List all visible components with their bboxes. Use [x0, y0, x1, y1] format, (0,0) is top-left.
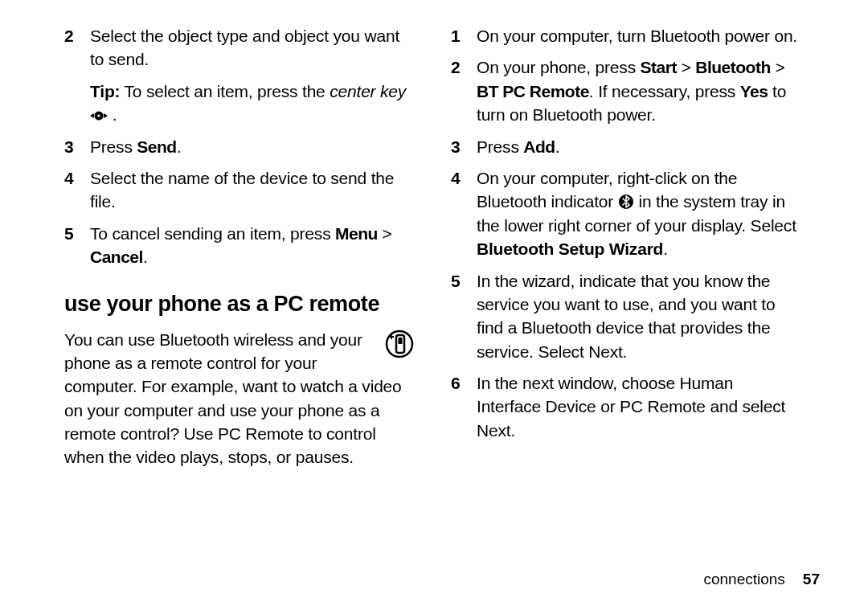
- left-steps-list: 2 Select the object type and object you …: [64, 24, 414, 269]
- bold-bluetooth-setup-wizard: Bluetooth Setup Wizard: [477, 239, 663, 258]
- bold-yes: Yes: [740, 82, 768, 100]
- step-lead: To cancel sending an item, press: [90, 224, 335, 243]
- bold-bluetooth: Bluetooth: [695, 58, 770, 76]
- svg-marker-0: [90, 113, 94, 118]
- step-number: 6: [451, 371, 477, 395]
- right-step-6: 6 In the next window, choose Human Inter…: [451, 371, 800, 442]
- step-tail: .: [663, 239, 668, 258]
- manual-page: 2 Select the object type and object you …: [0, 0, 868, 614]
- bold-start: Start: [641, 58, 677, 76]
- right-step-3: 3 Press Add.: [451, 135, 800, 158]
- section-heading-pc-remote: use your phone as a PC remote: [64, 292, 414, 317]
- step-number: 2: [451, 55, 477, 79]
- step-body: On your phone, press Start > Bluetooth >…: [477, 55, 800, 126]
- step-number: 5: [64, 222, 90, 245]
- step-number: 4: [64, 166, 90, 190]
- pc-remote-paragraph: You can use Bluetooth wireless and your …: [64, 328, 414, 469]
- footer-section-label: connections: [703, 571, 784, 587]
- step-number: 3: [64, 135, 90, 158]
- tip-tail: .: [108, 105, 117, 124]
- step-number: 4: [451, 166, 477, 190]
- right-column: 1 On your computer, turn Bluetooth power…: [451, 24, 800, 477]
- step-bold-cancel: Cancel: [90, 248, 143, 266]
- step-body: On your computer, right-click on the Blu…: [477, 166, 800, 261]
- step-lead: Press: [90, 137, 137, 156]
- bold-bt-pc-remote: BT PC Remote: [477, 82, 589, 100]
- step-text: Select the object type and object you wa…: [90, 27, 399, 68]
- step-body: Select the name of the device to send th…: [90, 166, 414, 214]
- right-step-1: 1 On your computer, turn Bluetooth power…: [451, 24, 800, 47]
- step-body: In the wizard, indicate that you know th…: [477, 269, 800, 364]
- step-mid: . If necessary, press: [589, 82, 740, 100]
- left-step-2: 2 Select the object type and object you …: [64, 24, 414, 127]
- right-step-2: 2 On your phone, press Start > Bluetooth…: [451, 55, 800, 126]
- tip-lead: Tip:: [90, 82, 120, 100]
- right-step-4: 4 On your computer, right-click on the B…: [451, 166, 800, 261]
- step-mid: >: [378, 224, 392, 243]
- right-steps-list: 1 On your computer, turn Bluetooth power…: [451, 24, 800, 442]
- svg-point-3: [97, 115, 100, 117]
- step-bold-menu: Menu: [335, 224, 378, 243]
- bold-add: Add: [523, 137, 555, 156]
- step-body: In the next window, choose Human Interfa…: [477, 371, 800, 442]
- footer-page-number: 57: [803, 571, 820, 587]
- pc-remote-text: You can use Bluetooth wireless and your …: [64, 330, 402, 467]
- step-body: Press Add.: [477, 135, 800, 158]
- center-key-icon: [90, 109, 108, 122]
- step-body: To cancel sending an item, press Menu > …: [90, 222, 414, 269]
- feature-phone-icon: [385, 330, 414, 358]
- step-number: 2: [64, 24, 90, 47]
- step-tip: Tip: To select an item, press the center…: [90, 80, 414, 127]
- step-lead: On your phone, press: [477, 58, 641, 76]
- bluetooth-indicator-icon: [618, 194, 634, 210]
- step-body: Select the object type and object you wa…: [90, 24, 414, 127]
- step-tail: .: [555, 137, 560, 156]
- step-tail: .: [143, 248, 148, 266]
- step-bold: Send: [137, 137, 176, 156]
- tip-rest: To select an item, press the: [120, 82, 330, 100]
- step-number: 3: [451, 135, 477, 158]
- left-step-3: 3 Press Send.: [64, 135, 414, 158]
- step-number: 5: [451, 269, 477, 293]
- step-tail: .: [177, 137, 182, 156]
- right-step-5: 5 In the wizard, indicate that you know …: [451, 269, 800, 364]
- center-key-label: center key: [330, 82, 406, 100]
- step-body: On your computer, turn Bluetooth power o…: [477, 24, 800, 47]
- left-step-4: 4 Select the name of the device to send …: [64, 166, 414, 214]
- step-body: Press Send.: [90, 135, 414, 158]
- svg-rect-6: [399, 338, 403, 344]
- step-number: 1: [451, 24, 477, 47]
- left-column: 2 Select the object type and object you …: [64, 24, 414, 477]
- left-step-5: 5 To cancel sending an item, press Menu …: [64, 222, 414, 269]
- page-footer: connections57: [703, 571, 820, 588]
- step-lead: Press: [477, 137, 523, 156]
- two-column-layout: 2 Select the object type and object you …: [64, 24, 820, 477]
